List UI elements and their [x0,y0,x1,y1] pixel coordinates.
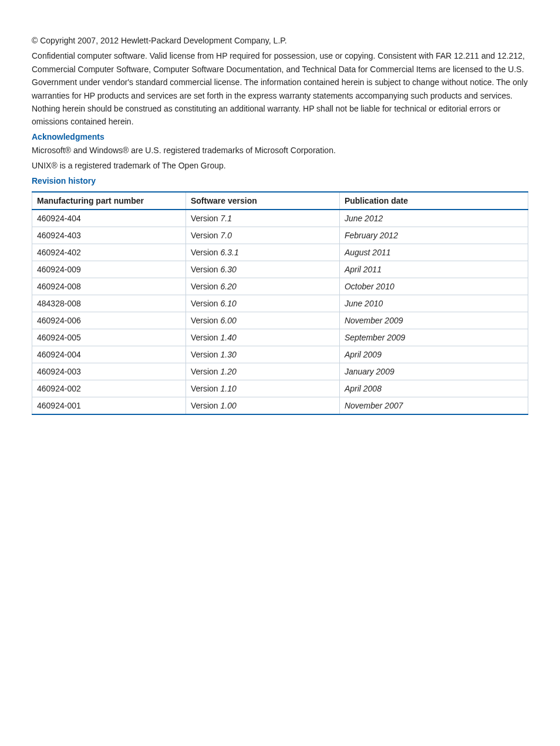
cell-part-number: 460924-006 [32,312,186,329]
table-row: 460924-003Version 1.20January 2009 [32,363,528,380]
cell-software-version: Version 6.00 [185,312,339,329]
cell-software-version: Version 6.10 [185,295,339,312]
cell-publication-date: September 2009 [339,329,528,346]
cell-part-number: 460924-003 [32,363,186,380]
cell-software-version: Version 1.40 [185,329,339,346]
table-row: 484328-008Version 6.10June 2010 [32,295,528,312]
revision-history-table: Manufacturing part number Software versi… [32,191,528,415]
col-header-date: Publication date [339,192,528,210]
cell-publication-date: January 2009 [339,363,528,380]
table-row: 460924-402Version 6.3.1August 2011 [32,244,528,261]
table-row: 460924-009Version 6.30April 2011 [32,261,528,278]
table-row: 460924-404Version 7.1June 2012 [32,210,528,227]
cell-part-number: 460924-402 [32,244,186,261]
cell-publication-date: February 2012 [339,227,528,244]
cell-part-number: 460924-001 [32,397,186,414]
cell-part-number: 460924-404 [32,210,186,227]
ack-line-2: UNIX® is a registered trademark of The O… [32,159,528,172]
col-header-part: Manufacturing part number [32,192,186,210]
cell-software-version: Version 7.0 [185,227,339,244]
cell-publication-date: April 2008 [339,380,528,397]
cell-publication-date: June 2010 [339,295,528,312]
table-row: 460924-008Version 6.20October 2010 [32,278,528,295]
table-row: 460924-002Version 1.10April 2008 [32,380,528,397]
revision-history-heading: Revision history [32,176,528,185]
cell-publication-date: April 2009 [339,346,528,363]
ack-line-1: Microsoft® and Windows® are U.S. registe… [32,144,528,157]
cell-software-version: Version 6.3.1 [185,244,339,261]
cell-software-version: Version 6.20 [185,278,339,295]
cell-part-number: 460924-403 [32,227,186,244]
acknowledgments-heading: Acknowledgments [32,132,528,141]
cell-publication-date: August 2011 [339,244,528,261]
table-header-row: Manufacturing part number Software versi… [32,192,528,210]
cell-publication-date: June 2012 [339,210,528,227]
cell-software-version: Version 6.30 [185,261,339,278]
table-row: 460924-005Version 1.40September 2009 [32,329,528,346]
table-row: 460924-004Version 1.30April 2009 [32,346,528,363]
cell-software-version: Version 1.30 [185,346,339,363]
copyright-line: © Copyright 2007, 2012 Hewlett-Packard D… [32,34,528,47]
cell-part-number: 460924-008 [32,278,186,295]
cell-software-version: Version 7.1 [185,210,339,227]
cell-part-number: 460924-005 [32,329,186,346]
legal-paragraph: Confidential computer software. Valid li… [32,49,528,128]
cell-part-number: 460924-002 [32,380,186,397]
cell-part-number: 460924-009 [32,261,186,278]
table-row: 460924-001Version 1.00November 2007 [32,397,528,414]
cell-software-version: Version 1.00 [185,397,339,414]
cell-part-number: 460924-004 [32,346,186,363]
cell-software-version: Version 1.10 [185,380,339,397]
cell-part-number: 484328-008 [32,295,186,312]
cell-software-version: Version 1.20 [185,363,339,380]
table-row: 460924-403Version 7.0February 2012 [32,227,528,244]
cell-publication-date: October 2010 [339,278,528,295]
table-row: 460924-006Version 6.00November 2009 [32,312,528,329]
cell-publication-date: November 2007 [339,397,528,414]
cell-publication-date: April 2011 [339,261,528,278]
document-page: © Copyright 2007, 2012 Hewlett-Packard D… [0,0,560,746]
col-header-version: Software version [185,192,339,210]
cell-publication-date: November 2009 [339,312,528,329]
